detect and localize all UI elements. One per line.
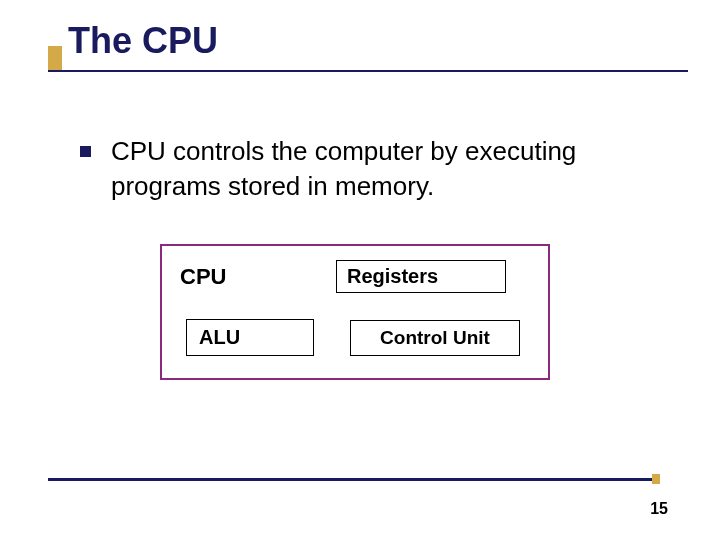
footer-line-wrap bbox=[48, 478, 660, 484]
diagram-top-row: CPU Registers bbox=[180, 260, 530, 293]
bullet-icon bbox=[80, 146, 91, 157]
cpu-label: CPU bbox=[180, 264, 300, 290]
title-underline bbox=[48, 70, 688, 74]
content-area: CPU controls the computer by executing p… bbox=[80, 134, 670, 380]
diagram-bottom-row: ALU Control Unit bbox=[180, 319, 530, 356]
slide: The CPU CPU controls the computer by exe… bbox=[0, 0, 720, 540]
footer-accent-box bbox=[652, 474, 660, 484]
footer-line bbox=[48, 478, 660, 481]
bullet-text: CPU controls the computer by executing p… bbox=[111, 134, 670, 204]
slide-title: The CPU bbox=[68, 20, 680, 62]
alu-box: ALU bbox=[186, 319, 314, 356]
page-number: 15 bbox=[650, 500, 668, 518]
bullet-item: CPU controls the computer by executing p… bbox=[80, 134, 670, 204]
title-line bbox=[48, 70, 688, 72]
title-accent-box bbox=[48, 46, 62, 72]
registers-box: Registers bbox=[336, 260, 506, 293]
control-unit-box: Control Unit bbox=[350, 320, 520, 356]
cpu-diagram: CPU Registers ALU Control Unit bbox=[160, 244, 550, 380]
title-area: The CPU bbox=[60, 20, 680, 74]
